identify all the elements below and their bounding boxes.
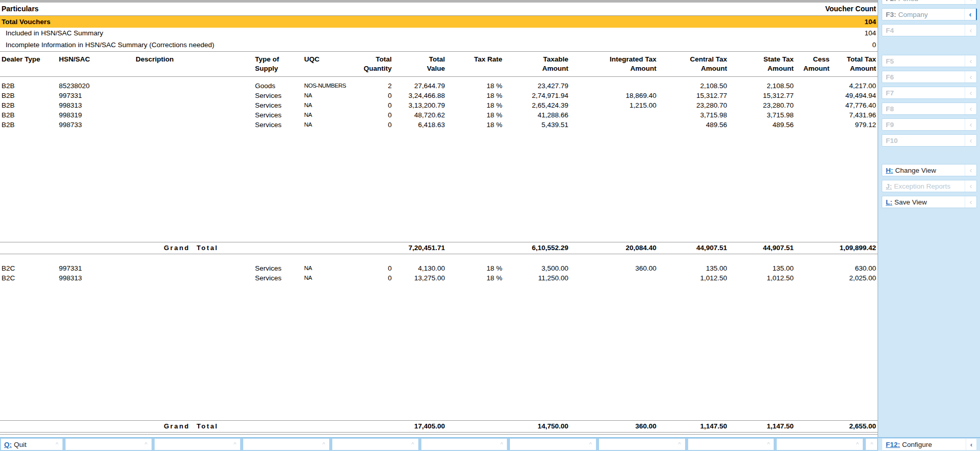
cell: 0: [340, 120, 393, 130]
sidebar: F2 Period ‹ F3 Company ‹ F4 ‹ F5‹F6‹F7‹F…: [878, 0, 980, 437]
quit-button[interactable]: Q Quit ^: [1, 439, 62, 450]
column-header: UQC: [302, 55, 340, 73]
sidebar-button-exception-reports[interactable]: J Exception Reports ‹: [882, 180, 977, 192]
button-key: Q: [4, 441, 12, 448]
cell: 3,24,466.88: [393, 91, 446, 100]
cell: Services: [251, 110, 302, 120]
bottom-bar-empty-button[interactable]: ^: [243, 439, 329, 450]
cell: Services: [251, 91, 302, 100]
chevron-left-icon[interactable]: ‹: [965, 25, 976, 36]
chevron-left-icon[interactable]: ‹: [964, 9, 976, 20]
bottom-bar-right: F12 Configure ‹: [878, 438, 980, 451]
cell: NA: [302, 120, 340, 130]
cell: 2,108.50: [729, 81, 795, 91]
incomplete-vouchers-row[interactable]: Incomplete Information in HSN/SAC Summar…: [0, 39, 878, 52]
cell: 2,74,971.94: [504, 91, 570, 100]
table-row[interactable]: B2C998313ServicesNA013,275.0018 %11,250.…: [0, 273, 878, 283]
expand-caret-icon: ^: [56, 441, 58, 447]
total-vouchers-row[interactable]: Total Vouchers 104: [0, 16, 878, 28]
cell: 18 %: [446, 91, 504, 100]
cell: B2B: [0, 81, 49, 91]
bottom-bar-empty-button[interactable]: ^: [155, 439, 241, 450]
bottom-bar-empty-button[interactable]: ^: [866, 439, 877, 450]
cell: 15,312.77: [729, 91, 795, 100]
sidebar-button-f4[interactable]: F4 ‹: [882, 24, 977, 36]
cell: 0: [340, 273, 393, 283]
cell: 2: [340, 81, 393, 91]
cell: NA: [302, 273, 340, 283]
grand-total-row[interactable]: Grand Total7,20,451.716,10,552.2920,084.…: [0, 242, 878, 254]
cell: B2B: [0, 120, 49, 130]
button-key: F9: [886, 121, 894, 129]
sidebar-button-f5[interactable]: F5‹: [882, 55, 977, 67]
sidebar-button-save-view[interactable]: L Save View ‹: [882, 196, 977, 208]
cell: 3,13,200.79: [393, 100, 446, 110]
cell: [302, 421, 340, 432]
sidebar-button-f9[interactable]: F9‹: [882, 118, 977, 131]
cell: 135.00: [729, 263, 795, 273]
cell: 85238020: [49, 81, 128, 91]
expand-caret-icon: ^: [412, 441, 414, 447]
expand-caret-icon: ^: [323, 441, 325, 447]
cell: 630.00: [831, 263, 878, 273]
chevron-left-icon[interactable]: ‹: [965, 135, 976, 146]
cell: 4,130.00: [393, 263, 446, 273]
button-key: F8: [886, 105, 894, 113]
table-row[interactable]: B2B997331ServicesNA03,24,466.8818 %2,74,…: [0, 91, 878, 100]
chevron-left-icon[interactable]: ‹: [966, 439, 976, 450]
column-header: Type ofSupply: [251, 55, 302, 73]
sidebar-button-f7[interactable]: F7‹: [882, 87, 977, 99]
chevron-left-icon[interactable]: ‹: [965, 0, 976, 4]
included-vouchers-row[interactable]: Included in HSN/SAC Summary 104: [0, 28, 878, 39]
sidebar-button-f2-period[interactable]: F2 Period ‹: [882, 0, 977, 5]
configure-button[interactable]: F12 Configure ‹: [882, 439, 976, 450]
button-label: Exception Reports: [894, 182, 950, 190]
column-header: TaxableAmount: [504, 55, 570, 73]
sidebar-button-f8[interactable]: F8‹: [882, 102, 977, 115]
cell: Services: [251, 120, 302, 130]
bottom-bar-empty-button[interactable]: ^: [688, 439, 774, 450]
b2b-rows: B2B85238020GoodsNOS-NUMBERS227,644.7918 …: [0, 77, 878, 242]
button-key: F7: [886, 89, 894, 97]
sidebar-button-f3-company[interactable]: F3 Company ‹: [882, 8, 977, 20]
button-key: J: [886, 182, 892, 190]
table-header-row: Dealer TypeHSN/SACDescriptionType ofSupp…: [0, 52, 878, 77]
sidebar-button-f10[interactable]: F10‹: [882, 134, 977, 147]
chevron-left-icon[interactable]: ‹: [965, 87, 976, 98]
cell: 4,217.00: [831, 81, 878, 91]
cell: [795, 81, 831, 91]
bottom-bar-empty-button[interactable]: ^: [510, 439, 596, 450]
table-row[interactable]: B2B85238020GoodsNOS-NUMBERS227,644.7918 …: [0, 81, 878, 91]
cell: 48,720.62: [393, 110, 446, 120]
chevron-left-icon[interactable]: ‹: [965, 196, 976, 208]
cell: [570, 273, 658, 283]
cell: 23,427.79: [504, 81, 570, 91]
cell: [128, 100, 251, 110]
bottom-bar-empty-button[interactable]: ^: [777, 439, 863, 450]
cell: NA: [302, 100, 340, 110]
expand-caret-icon: ^: [856, 441, 859, 447]
cell: 18 %: [446, 100, 504, 110]
cell: 18 %: [446, 81, 504, 91]
chevron-left-icon[interactable]: ‹: [965, 165, 976, 176]
chevron-left-icon[interactable]: ‹: [965, 103, 976, 114]
table-row[interactable]: B2B998313ServicesNA03,13,200.7918 %2,65,…: [0, 100, 878, 110]
cell: 489.56: [658, 120, 729, 130]
chevron-left-icon[interactable]: ‹: [965, 71, 976, 83]
bottom-bar-empty-button[interactable]: ^: [599, 439, 685, 450]
table-row[interactable]: B2C997331ServicesNA04,130.0018 %3,500.00…: [0, 263, 878, 273]
bottom-bar-empty-button[interactable]: ^: [332, 439, 418, 450]
sidebar-button-change-view[interactable]: H Change View ‹: [882, 164, 977, 176]
bottom-bar-empty-button[interactable]: ^: [421, 439, 507, 450]
table-row[interactable]: B2B998733ServicesNA06,418.6318 %5,439.51…: [0, 120, 878, 130]
button-key: F2: [886, 0, 896, 3]
chevron-left-icon[interactable]: ‹: [965, 119, 976, 130]
bottom-bar-empty-button[interactable]: ^: [66, 439, 152, 450]
chevron-left-icon[interactable]: ‹: [965, 180, 976, 192]
grand-total-row[interactable]: Grand Total17,405.0014,750.00360.001,147…: [0, 420, 878, 433]
button-label: Save View: [894, 198, 927, 206]
chevron-left-icon[interactable]: ‹: [965, 55, 976, 67]
table-row[interactable]: B2B998319ServicesNA048,720.6218 %41,288.…: [0, 110, 878, 120]
row-label: Included in HSN/SAC Summary: [2, 28, 103, 39]
sidebar-button-f6[interactable]: F6‹: [882, 71, 977, 83]
